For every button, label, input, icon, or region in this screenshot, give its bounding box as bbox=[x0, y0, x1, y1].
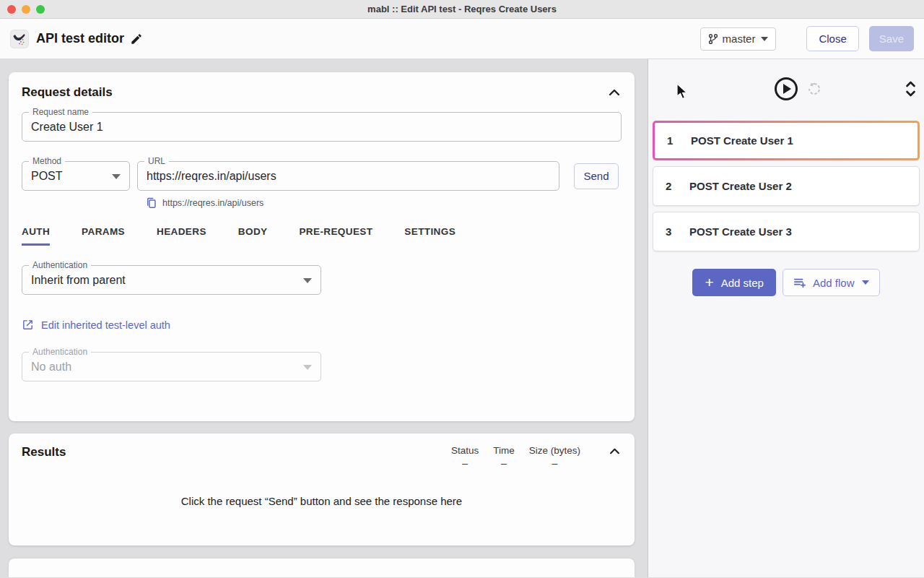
edit-inherited-auth-label: Edit inherited test-level auth bbox=[41, 319, 170, 331]
authentication-select[interactable]: Authentication Inherit from parent bbox=[22, 265, 321, 295]
step-number: 1 bbox=[667, 134, 674, 147]
window-title: mabl :: Edit API test - Reqres Create Us… bbox=[0, 4, 924, 14]
result-size-column: Size (bytes) – bbox=[529, 445, 580, 469]
results-card: Results Status – Time – Size (bytes) – bbox=[9, 434, 635, 545]
branch-name: master bbox=[723, 33, 756, 45]
add-step-label: Add step bbox=[721, 277, 764, 289]
step-number: 2 bbox=[666, 180, 673, 192]
steps-toolbar bbox=[648, 77, 924, 100]
window-titlebar: mabl :: Edit API test - Reqres Create Us… bbox=[0, 0, 924, 19]
edit-title-icon[interactable] bbox=[130, 33, 143, 46]
step-list: 1 POST Create User 1 2 POST Create User … bbox=[648, 121, 924, 251]
step-number: 3 bbox=[666, 225, 673, 238]
open-in-new-icon bbox=[22, 319, 34, 331]
step-label: POST Create User 3 bbox=[689, 225, 792, 238]
collapse-request-details-icon[interactable] bbox=[607, 87, 622, 98]
request-editor-pane: Request details Request name Create User… bbox=[0, 59, 648, 577]
step-item-2[interactable]: 2 POST Create User 2 bbox=[653, 166, 920, 206]
page-title: API test editor bbox=[36, 31, 124, 46]
url-field[interactable]: URL https://reqres.in/api/users bbox=[137, 161, 559, 191]
result-time-column: Time – bbox=[493, 445, 515, 469]
add-flow-label: Add flow bbox=[813, 277, 855, 289]
tab-headers[interactable]: HEADERS bbox=[157, 226, 206, 246]
tab-params[interactable]: PARAMS bbox=[82, 226, 125, 246]
time-column-label: Time bbox=[493, 445, 515, 456]
steps-panel: 1 POST Create User 1 2 POST Create User … bbox=[648, 59, 924, 577]
tab-settings[interactable]: SETTINGS bbox=[404, 226, 456, 246]
copy-url-icon[interactable] bbox=[146, 197, 157, 209]
url-label: URL bbox=[144, 156, 169, 166]
time-value: – bbox=[501, 457, 507, 469]
tab-pre-request[interactable]: PRE-REQUEST bbox=[299, 226, 372, 246]
step-item-3[interactable]: 3 POST Create User 3 bbox=[653, 212, 920, 251]
playlist-add-icon bbox=[793, 277, 806, 288]
url-value: https://reqres.in/api/users bbox=[138, 162, 559, 190]
close-button[interactable]: Close bbox=[806, 26, 858, 51]
request-details-card: Request details Request name Create User… bbox=[9, 72, 635, 421]
step-item-1[interactable]: 1 POST Create User 1 bbox=[653, 121, 920, 160]
resolved-url-text: https://reqres.in/api/users bbox=[162, 198, 263, 208]
collapse-expand-steps-button[interactable] bbox=[905, 79, 917, 100]
app-header: API test editor master Close Save bbox=[0, 19, 924, 59]
collapse-results-icon[interactable] bbox=[608, 447, 622, 456]
results-title: Results bbox=[22, 445, 66, 460]
play-icon bbox=[783, 84, 791, 94]
caret-down-icon bbox=[112, 174, 121, 179]
step-label: POST Create User 1 bbox=[691, 134, 793, 147]
reset-run-button[interactable] bbox=[806, 80, 823, 100]
request-name-value: Create User 1 bbox=[22, 113, 621, 141]
inherited-authentication-label: Authentication bbox=[29, 347, 91, 357]
size-value: – bbox=[552, 457, 557, 469]
send-button[interactable]: Send bbox=[574, 163, 619, 189]
caret-down-icon bbox=[761, 37, 768, 41]
request-details-title: Request details bbox=[22, 85, 113, 100]
save-button[interactable]: Save bbox=[869, 26, 914, 51]
status-column-label: Status bbox=[451, 445, 479, 456]
unfold-icon bbox=[905, 79, 917, 98]
git-branch-icon bbox=[708, 33, 718, 45]
inherited-authentication-select: Authentication No auth bbox=[22, 352, 321, 381]
caret-down-icon bbox=[303, 278, 312, 283]
request-tabs: AUTH PARAMS HEADERS BODY PRE-REQUEST SET… bbox=[22, 226, 622, 246]
next-card-partial bbox=[9, 558, 635, 577]
result-status-column: Status – bbox=[451, 445, 479, 469]
branch-selector[interactable]: master bbox=[700, 27, 777, 51]
plus-icon: + bbox=[705, 275, 713, 290]
add-step-button[interactable]: + Add step bbox=[692, 269, 775, 296]
reset-icon bbox=[806, 80, 823, 98]
status-value: – bbox=[462, 457, 468, 469]
add-flow-button[interactable]: Add flow bbox=[783, 269, 880, 296]
mabl-logo-icon bbox=[10, 30, 29, 48]
tab-body[interactable]: BODY bbox=[238, 226, 268, 246]
edit-inherited-auth-link[interactable]: Edit inherited test-level auth bbox=[22, 319, 622, 331]
authentication-label: Authentication bbox=[29, 260, 91, 270]
run-test-button[interactable] bbox=[775, 77, 798, 100]
request-name-field[interactable]: Request name Create User 1 bbox=[22, 112, 622, 142]
caret-down-icon bbox=[303, 365, 312, 370]
step-label: POST Create User 2 bbox=[689, 180, 792, 192]
tab-auth[interactable]: AUTH bbox=[22, 226, 50, 246]
caret-down-icon bbox=[862, 280, 869, 285]
method-select[interactable]: Method POST bbox=[22, 161, 130, 191]
results-placeholder-text: Click the request “Send” button and see … bbox=[22, 495, 622, 507]
size-column-label: Size (bytes) bbox=[529, 445, 580, 456]
request-name-label: Request name bbox=[29, 107, 92, 117]
method-label: Method bbox=[29, 156, 65, 166]
